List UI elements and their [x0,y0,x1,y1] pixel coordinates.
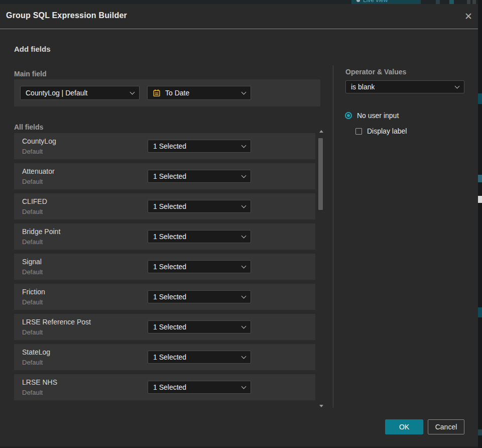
field-name: StateLog [22,348,50,356]
scrollbar-thumb[interactable] [318,138,323,210]
field-name: LRSE NHS [22,378,57,386]
field-name: Friction [22,288,45,296]
field-row: CountyLog Default 1 Selected [14,133,315,159]
field-name: CountyLog [22,137,56,145]
date-field-dropdown-value: To Date [165,89,189,97]
field-name: LRSE Reference Post [22,318,91,326]
background-fragment [478,429,482,435]
field-selection-value: 1 Selected [153,142,186,150]
chevron-down-icon [242,293,247,298]
chevron-down-icon [242,233,247,238]
field-row: Bridge Point Default 1 Selected [14,223,315,250]
background-toolbar-mark [467,0,470,4]
operator-dropdown-value: is blank [351,83,375,91]
all-fields-list: CountyLog Default 1 Selected Attenuator … [14,133,315,400]
field-selection-value: 1 Selected [153,353,186,361]
dialog-title: Group SQL Expression Builder [6,11,127,20]
live-view-inner: Live view [356,0,388,4]
chevron-down-icon [242,143,247,148]
background-fragment [478,175,482,182]
field-subtitle: Default [22,359,43,366]
calendar-icon [153,89,161,97]
background-toolbar-mark [449,0,454,4]
chevron-down-icon [242,89,247,94]
dialog-titlebar: Group SQL Expression Builder ✕ [0,4,478,29]
field-row: LRSE NHS Default 1 Selected [14,374,315,400]
main-field-label: Main field [14,70,47,78]
scroll-down-icon[interactable] [319,405,323,407]
field-selection-dropdown[interactable]: 1 Selected [148,320,251,333]
live-view-label: Live view [363,0,388,4]
no-user-input-label: No user input [357,111,399,120]
live-view-dot-icon [356,0,360,2]
main-field-dropdown[interactable]: CountyLog | Default [20,86,140,100]
field-subtitle: Default [22,238,43,246]
background-fragment [478,196,482,203]
field-selection-dropdown[interactable]: 1 Selected [148,381,251,394]
close-icon[interactable]: ✕ [461,9,476,24]
field-subtitle: Default [22,148,43,155]
display-label-label: Display label [367,127,407,135]
field-subtitle: Default [22,389,43,396]
all-fields-label: All fields [14,123,43,131]
field-selection-dropdown[interactable]: 1 Selected [148,230,251,243]
background-fragment [478,307,482,317]
field-name: CLIFED [22,197,47,205]
field-name: Bridge Point [22,228,60,236]
field-subtitle: Default [22,178,43,185]
scroll-up-icon[interactable] [319,130,323,133]
field-row: LRSE Reference Post Default 1 Selected [14,314,315,340]
main-field-dropdown-value: CountyLog | Default [26,89,88,97]
field-selection-value: 1 Selected [153,172,186,180]
field-selection-dropdown[interactable]: 1 Selected [148,260,251,273]
field-row: Attenuator Default 1 Selected [14,163,315,189]
no-user-input-option[interactable]: No user input [345,111,399,120]
add-fields-heading: Add fields [14,45,51,53]
background-app-top-edge: Live view [0,0,478,4]
field-selection-dropdown[interactable]: 1 Selected [148,200,251,213]
operator-dropdown[interactable]: is blank [345,80,464,93]
chevron-down-icon [242,354,247,359]
cancel-button[interactable]: Cancel [428,419,464,434]
list-scrollbar[interactable] [318,129,324,408]
field-row: CLIFED Default 1 Selected [14,193,315,219]
chevron-down-icon [242,384,247,389]
field-selection-value: 1 Selected [153,383,186,391]
main-field-row: CountyLog | Default To Date [14,79,320,106]
field-row: Signal Default 1 Selected [14,254,315,280]
live-view-toggle[interactable]: Live view [351,0,421,4]
title-divider [0,29,478,29]
screen: Live view Group SQL Expression Builder ✕… [0,0,482,448]
chevron-down-icon [242,323,247,328]
field-selection-value: 1 Selected [153,233,186,241]
field-selection-dropdown[interactable]: 1 Selected [148,290,251,303]
background-toolbar-mark [436,0,440,4]
field-row: Friction Default 1 Selected [14,284,315,310]
field-selection-dropdown[interactable]: 1 Selected [148,140,251,153]
date-field-dropdown[interactable]: To Date [147,86,251,100]
background-app-right-edge [478,0,482,448]
field-name: Signal [22,258,42,266]
field-selection-value: 1 Selected [153,202,186,210]
field-subtitle: Default [22,268,43,276]
field-selection-dropdown[interactable]: 1 Selected [148,351,251,364]
field-selection-value: 1 Selected [153,323,186,331]
radio-selected-icon[interactable] [345,112,352,119]
display-label-option[interactable]: Display label [355,127,407,135]
chevron-down-icon [130,89,135,94]
field-subtitle: Default [22,298,43,306]
field-selection-value: 1 Selected [153,293,186,301]
ok-button[interactable]: OK [385,419,423,434]
field-row: StateLog Default 1 Selected [14,344,315,370]
group-sql-expression-builder-dialog: Group SQL Expression Builder ✕ Add field… [0,4,478,448]
panel-divider [333,65,333,408]
field-selection-value: 1 Selected [153,263,186,271]
field-subtitle: Default [22,208,43,215]
background-fragment [478,93,482,104]
chevron-down-icon [242,203,247,208]
checkbox-unchecked-icon[interactable] [355,128,362,135]
background-toolbar-mark [472,0,476,4]
field-name: Attenuator [22,167,55,175]
field-selection-dropdown[interactable]: 1 Selected [148,170,251,183]
chevron-down-icon [242,173,247,178]
